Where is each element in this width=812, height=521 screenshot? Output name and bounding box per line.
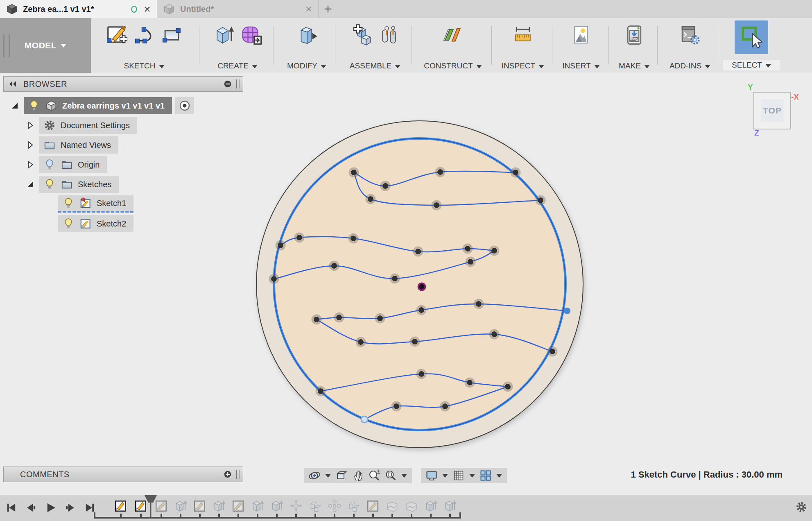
toolbar-menu-modify[interactable]: MODIFY — [282, 61, 332, 70]
visibility-bulb-icon[interactable] — [62, 217, 75, 230]
browser-panel-header[interactable]: BROWSER — [3, 76, 243, 92]
browser-row-named-views[interactable]: Named Views — [25, 136, 118, 154]
spline-point[interactable] — [392, 276, 398, 281]
toolbar-menu-select[interactable]: SELECT — [723, 60, 780, 70]
spline-point[interactable] — [476, 301, 482, 307]
collapse-panel-icon[interactable] — [8, 79, 18, 89]
extrude-button[interactable] — [212, 23, 235, 47]
activate-component-radio[interactable] — [175, 97, 194, 114]
browser-node[interactable]: Sketch1 — [58, 195, 133, 213]
browser-node[interactable]: Document Settings — [39, 117, 137, 134]
spline-point[interactable] — [467, 380, 473, 385]
viewports-button[interactable] — [479, 469, 492, 482]
browser-row-sketch2[interactable]: Sketch2 — [58, 215, 133, 233]
timeline-feature-copy[interactable] — [347, 499, 361, 513]
create-form-button[interactable] — [240, 23, 263, 47]
spline-point[interactable] — [491, 331, 497, 337]
browser-node[interactable]: Sketch2 — [58, 215, 133, 232]
spline-point[interactable] — [382, 183, 388, 189]
browser-row-origin[interactable]: Origin — [25, 156, 107, 174]
viewcube[interactable]: TOP — [753, 92, 791, 129]
timeline-feature-sketch[interactable] — [193, 499, 207, 513]
window-zoom-button[interactable] — [384, 469, 397, 482]
timeline-feature-extrude[interactable] — [270, 499, 284, 513]
scripts-addins-button[interactable] — [678, 23, 702, 47]
pan-button[interactable] — [351, 469, 364, 482]
new-tab-button[interactable] — [319, 0, 337, 18]
spline-point[interactable] — [418, 307, 424, 313]
spline-point[interactable] — [505, 384, 511, 390]
go-to-end-button[interactable] — [84, 501, 96, 514]
tab-zebra-earrings[interactable]: Zebra ea...1 v1 v1* — [0, 0, 157, 18]
timeline-feature-curve[interactable] — [385, 499, 399, 513]
spline-point[interactable] — [351, 170, 357, 175]
spline-point[interactable] — [468, 259, 473, 265]
workspace-switcher[interactable]: MODEL — [0, 18, 91, 73]
expanded-triangle-icon[interactable] — [25, 179, 35, 189]
timeline-feature-extrude[interactable] — [251, 499, 265, 513]
spline-point-selected[interactable] — [564, 308, 570, 314]
window-zoom-dropdown-icon[interactable] — [401, 474, 407, 478]
timeline-feature-sketch[interactable] — [114, 499, 128, 513]
spline-point[interactable] — [415, 249, 421, 254]
spline-point[interactable] — [377, 315, 383, 321]
toolbar-menu-assemble[interactable]: ASSEMBLE — [340, 61, 410, 70]
spline-point[interactable] — [442, 403, 448, 409]
timeline-feature-sketch[interactable] — [154, 499, 168, 513]
spline-point[interactable] — [336, 315, 342, 320]
joint-button[interactable] — [377, 23, 401, 47]
browser-node[interactable]: Sketches — [39, 176, 119, 193]
timeline-feature-extrude[interactable] — [174, 499, 188, 513]
orbit-dropdown-icon[interactable] — [325, 474, 331, 478]
timeline-feature-sketch[interactable] — [134, 499, 148, 513]
add-comment-icon[interactable] — [223, 470, 232, 479]
create-sketch-button[interactable] — [104, 23, 128, 47]
comments-panel-header[interactable]: COMMENTS — [3, 467, 243, 482]
toolbar-menu-inspect[interactable]: INSPECT — [495, 61, 551, 70]
spline-point[interactable] — [296, 235, 302, 240]
timeline-feature-extrude[interactable] — [424, 499, 438, 513]
browser-node[interactable]: Named Views — [39, 136, 118, 154]
browser-node[interactable]: Zebra earrings v1 v1 v1 v1 — [24, 97, 172, 114]
visibility-bulb-icon[interactable] — [28, 100, 40, 112]
viewcube-top-face[interactable]: TOP — [761, 99, 784, 122]
spline-point[interactable] — [331, 263, 337, 269]
spline-point[interactable] — [271, 276, 277, 282]
toolbar-menu-create[interactable]: CREATE — [201, 61, 274, 70]
spline-point[interactable] — [538, 197, 543, 203]
browser-row-sketches[interactable]: Sketches — [25, 175, 119, 193]
spline-point[interactable] — [491, 248, 497, 254]
go-to-start-button[interactable] — [5, 501, 18, 514]
select-button[interactable] — [735, 20, 768, 54]
visibility-bulb-icon[interactable] — [43, 178, 56, 190]
fit-point-spline-button[interactable] — [132, 23, 156, 47]
toolbar-menu-construct[interactable]: CONSTRUCT — [418, 61, 488, 70]
orbit-button[interactable] — [308, 469, 321, 482]
timeline-feature-curve[interactable] — [405, 499, 418, 513]
visibility-bulb-icon[interactable] — [43, 159, 56, 171]
display-settings-button[interactable] — [425, 469, 438, 482]
panel-grip[interactable] — [236, 470, 240, 479]
measure-button[interactable] — [511, 23, 535, 47]
spline-point[interactable] — [368, 196, 373, 202]
timeline-feature-sketch[interactable] — [366, 499, 380, 513]
spline-point[interactable] — [318, 388, 323, 394]
new-component-button[interactable] — [349, 23, 373, 47]
insert-image-button[interactable] — [569, 23, 593, 47]
toolbar-grip[interactable] — [3, 34, 10, 57]
timeline-settings-gear-icon[interactable] — [795, 501, 807, 513]
spline-point[interactable] — [465, 246, 470, 251]
spline-point[interactable] — [550, 349, 555, 354]
spline-point[interactable] — [351, 236, 356, 241]
zoom-button[interactable] — [368, 469, 381, 482]
browser-row-zebra-earrings-v1-v1-v1-v1[interactable]: Zebra earrings v1 v1 v1 v1 — [10, 97, 194, 115]
spline-point[interactable] — [412, 339, 418, 344]
visibility-bulb-icon[interactable] — [62, 197, 75, 209]
grid-snap-button[interactable] — [452, 469, 465, 482]
tab-untitled[interactable]: Untitled* — [157, 0, 319, 18]
spline-point[interactable] — [278, 242, 283, 248]
minimize-panel-icon[interactable] — [223, 79, 232, 88]
toolbar-menu-make[interactable]: MAKE — [613, 61, 656, 70]
spline-point-hollow[interactable] — [361, 416, 368, 423]
close-tab-icon[interactable] — [143, 5, 151, 13]
